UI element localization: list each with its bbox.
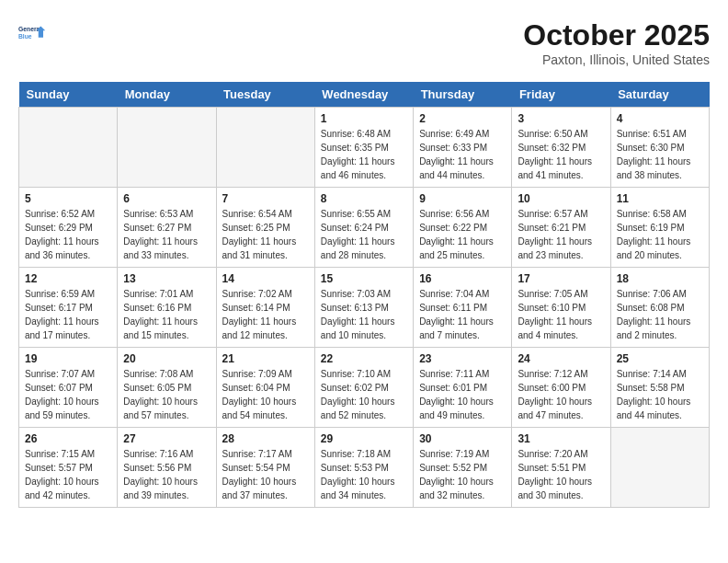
day-number: 5 (25, 192, 111, 205)
calendar-day-cell: 11Sunrise: 6:58 AMSunset: 6:19 PMDayligh… (610, 188, 709, 268)
calendar-day-cell: 27Sunrise: 7:16 AMSunset: 5:56 PMDayligh… (118, 428, 216, 508)
day-info: Sunrise: 6:51 AMSunset: 6:30 PMDaylight:… (617, 127, 703, 182)
day-info: Sunrise: 6:52 AMSunset: 6:29 PMDaylight:… (25, 207, 111, 262)
weekday-header: Sunday (19, 82, 118, 108)
calendar-day-cell: 8Sunrise: 6:55 AMSunset: 6:24 PMDaylight… (314, 188, 413, 268)
day-number: 18 (617, 272, 703, 285)
calendar-day-cell: 6Sunrise: 6:53 AMSunset: 6:27 PMDaylight… (118, 188, 216, 268)
day-number: 28 (222, 432, 309, 445)
day-number: 26 (25, 432, 111, 445)
day-number: 2 (419, 112, 506, 125)
day-info: Sunrise: 7:17 AMSunset: 5:54 PMDaylight:… (222, 447, 309, 502)
day-info: Sunrise: 7:10 AMSunset: 6:02 PMDaylight:… (321, 367, 407, 422)
weekday-header: Saturday (610, 82, 709, 108)
calendar-week-row: 5Sunrise: 6:52 AMSunset: 6:29 PMDaylight… (19, 188, 710, 268)
day-number: 15 (321, 272, 407, 285)
day-number: 20 (123, 352, 210, 365)
day-info: Sunrise: 7:16 AMSunset: 5:56 PMDaylight:… (123, 447, 210, 502)
day-number: 12 (25, 272, 111, 285)
day-number: 14 (222, 272, 309, 285)
calendar-day-cell: 23Sunrise: 7:11 AMSunset: 6:01 PMDayligh… (414, 348, 512, 428)
day-number: 23 (419, 352, 506, 365)
weekday-header: Thursday (414, 82, 512, 108)
calendar-day-cell: 4Sunrise: 6:51 AMSunset: 6:30 PMDaylight… (610, 108, 709, 188)
day-number: 24 (518, 352, 604, 365)
calendar-day-cell: 9Sunrise: 6:56 AMSunset: 6:22 PMDaylight… (414, 188, 512, 268)
calendar-header-row: SundayMondayTuesdayWednesdayThursdayFrid… (19, 82, 710, 108)
day-number: 25 (617, 352, 703, 365)
day-number: 21 (222, 352, 309, 365)
calendar-day-cell: 20Sunrise: 7:08 AMSunset: 6:05 PMDayligh… (118, 348, 216, 428)
calendar-table: SundayMondayTuesdayWednesdayThursdayFrid… (18, 82, 710, 508)
calendar-day-cell: 22Sunrise: 7:10 AMSunset: 6:02 PMDayligh… (314, 348, 413, 428)
calendar-day-cell: 2Sunrise: 6:49 AMSunset: 6:33 PMDaylight… (414, 108, 512, 188)
day-info: Sunrise: 6:54 AMSunset: 6:25 PMDaylight:… (222, 207, 309, 262)
calendar-week-row: 1Sunrise: 6:48 AMSunset: 6:35 PMDaylight… (19, 108, 710, 188)
day-info: Sunrise: 7:15 AMSunset: 5:57 PMDaylight:… (25, 447, 111, 502)
day-info: Sunrise: 6:55 AMSunset: 6:24 PMDaylight:… (321, 207, 407, 262)
weekday-header: Wednesday (314, 82, 413, 108)
calendar-day-cell: 28Sunrise: 7:17 AMSunset: 5:54 PMDayligh… (216, 428, 314, 508)
calendar-day-cell: 17Sunrise: 7:05 AMSunset: 6:10 PMDayligh… (512, 268, 610, 348)
calendar-day-cell: 13Sunrise: 7:01 AMSunset: 6:16 PMDayligh… (118, 268, 216, 348)
day-info: Sunrise: 7:20 AMSunset: 5:51 PMDaylight:… (518, 447, 604, 502)
calendar-day-cell: 12Sunrise: 6:59 AMSunset: 6:17 PMDayligh… (19, 268, 118, 348)
day-info: Sunrise: 7:11 AMSunset: 6:01 PMDaylight:… (419, 367, 506, 422)
day-number: 9 (419, 192, 506, 205)
calendar-day-cell: 14Sunrise: 7:02 AMSunset: 6:14 PMDayligh… (216, 268, 314, 348)
day-info: Sunrise: 7:14 AMSunset: 5:58 PMDaylight:… (617, 367, 703, 422)
logo-icon: GeneralBlue (18, 18, 46, 46)
day-info: Sunrise: 7:09 AMSunset: 6:04 PMDaylight:… (222, 367, 309, 422)
day-info: Sunrise: 6:50 AMSunset: 6:32 PMDaylight:… (518, 127, 604, 182)
calendar-day-cell: 30Sunrise: 7:19 AMSunset: 5:52 PMDayligh… (414, 428, 512, 508)
calendar-day-cell: 16Sunrise: 7:04 AMSunset: 6:11 PMDayligh… (414, 268, 512, 348)
day-info: Sunrise: 6:53 AMSunset: 6:27 PMDaylight:… (123, 207, 210, 262)
calendar-day-cell: 19Sunrise: 7:07 AMSunset: 6:07 PMDayligh… (19, 348, 118, 428)
day-info: Sunrise: 6:48 AMSunset: 6:35 PMDaylight:… (321, 127, 407, 182)
day-info: Sunrise: 7:08 AMSunset: 6:05 PMDaylight:… (123, 367, 210, 422)
calendar-day-cell: 21Sunrise: 7:09 AMSunset: 6:04 PMDayligh… (216, 348, 314, 428)
calendar-week-row: 19Sunrise: 7:07 AMSunset: 6:07 PMDayligh… (19, 348, 710, 428)
title-block: October 2025 Paxton, Illinois, United St… (523, 18, 710, 67)
day-number: 27 (123, 432, 210, 445)
calendar-day-cell (216, 108, 314, 188)
calendar-day-cell (610, 428, 709, 508)
calendar-day-cell: 5Sunrise: 6:52 AMSunset: 6:29 PMDaylight… (19, 188, 118, 268)
day-number: 13 (123, 272, 210, 285)
day-number: 11 (617, 192, 703, 205)
calendar-day-cell (19, 108, 118, 188)
day-number: 29 (321, 432, 407, 445)
weekday-header: Tuesday (216, 82, 314, 108)
day-info: Sunrise: 6:58 AMSunset: 6:19 PMDaylight:… (617, 207, 703, 262)
day-info: Sunrise: 7:12 AMSunset: 6:00 PMDaylight:… (518, 367, 604, 422)
calendar-week-row: 26Sunrise: 7:15 AMSunset: 5:57 PMDayligh… (19, 428, 710, 508)
day-info: Sunrise: 6:59 AMSunset: 6:17 PMDaylight:… (25, 287, 111, 342)
day-number: 1 (321, 112, 407, 125)
day-number: 10 (518, 192, 604, 205)
day-number: 8 (321, 192, 407, 205)
svg-text:Blue: Blue (18, 33, 32, 40)
calendar-week-row: 12Sunrise: 6:59 AMSunset: 6:17 PMDayligh… (19, 268, 710, 348)
day-number: 17 (518, 272, 604, 285)
day-info: Sunrise: 6:57 AMSunset: 6:21 PMDaylight:… (518, 207, 604, 262)
day-info: Sunrise: 7:07 AMSunset: 6:07 PMDaylight:… (25, 367, 111, 422)
calendar-day-cell: 18Sunrise: 7:06 AMSunset: 6:08 PMDayligh… (610, 268, 709, 348)
weekday-header: Friday (512, 82, 610, 108)
weekday-header: Monday (118, 82, 216, 108)
day-number: 3 (518, 112, 604, 125)
calendar-day-cell: 26Sunrise: 7:15 AMSunset: 5:57 PMDayligh… (19, 428, 118, 508)
day-info: Sunrise: 7:06 AMSunset: 6:08 PMDaylight:… (617, 287, 703, 342)
page-header: GeneralBlue October 2025 Paxton, Illinoi… (18, 18, 710, 67)
day-number: 22 (321, 352, 407, 365)
calendar-day-cell: 10Sunrise: 6:57 AMSunset: 6:21 PMDayligh… (512, 188, 610, 268)
calendar-day-cell: 3Sunrise: 6:50 AMSunset: 6:32 PMDaylight… (512, 108, 610, 188)
location: Paxton, Illinois, United States (523, 52, 710, 67)
calendar-day-cell: 29Sunrise: 7:18 AMSunset: 5:53 PMDayligh… (314, 428, 413, 508)
day-info: Sunrise: 6:49 AMSunset: 6:33 PMDaylight:… (419, 127, 506, 182)
day-info: Sunrise: 7:05 AMSunset: 6:10 PMDaylight:… (518, 287, 604, 342)
day-info: Sunrise: 7:04 AMSunset: 6:11 PMDaylight:… (419, 287, 506, 342)
month-title: October 2025 (523, 18, 710, 52)
logo: GeneralBlue (18, 18, 46, 46)
day-number: 16 (419, 272, 506, 285)
calendar-day-cell: 7Sunrise: 6:54 AMSunset: 6:25 PMDaylight… (216, 188, 314, 268)
